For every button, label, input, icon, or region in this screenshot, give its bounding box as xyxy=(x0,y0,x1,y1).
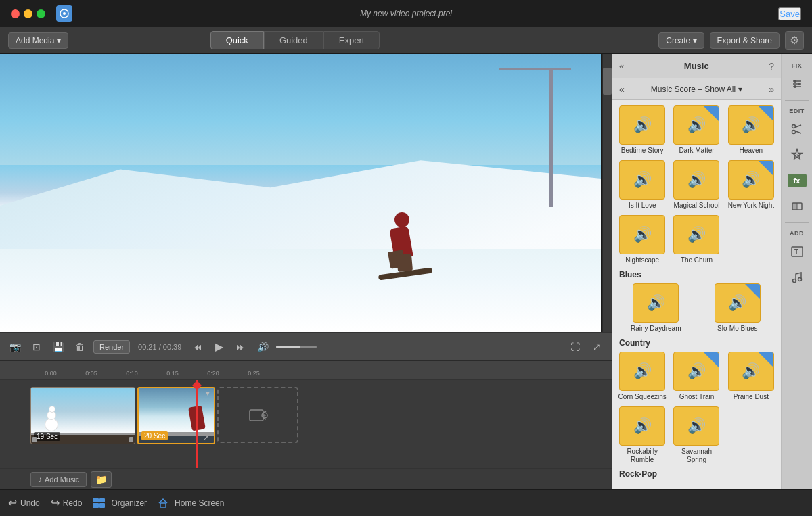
mode-tabs: Quick Guided Expert xyxy=(210,31,380,49)
timeline-marker: 0:20 xyxy=(193,370,233,377)
minimize-button[interactable] xyxy=(24,9,32,18)
speaker-icon: 🔊 xyxy=(687,362,706,380)
music-thumb: 🔊 xyxy=(673,352,719,391)
fullscreen-button[interactable]: ⛶ xyxy=(567,339,583,355)
clip-1[interactable]: 19 Sec xyxy=(30,387,135,444)
tab-expert[interactable]: Expert xyxy=(323,31,380,49)
folder-button[interactable]: 📁 xyxy=(91,471,112,488)
panel-title: Music xyxy=(684,61,709,71)
music-item[interactable]: 🔊 Magical School xyxy=(672,160,721,210)
new-badge xyxy=(704,352,719,367)
save-button[interactable]: Save xyxy=(778,7,801,20)
speaker-icon: 🔊 xyxy=(687,116,706,134)
maximize-button[interactable] xyxy=(37,9,45,18)
clip-expand-icon: ⤢ xyxy=(203,434,208,442)
prev-button[interactable]: ⏮ xyxy=(189,339,206,355)
speaker-icon: 🔊 xyxy=(633,417,652,435)
project-name: My new video project.prel xyxy=(360,9,452,18)
music-item[interactable]: 🔊 Is It Love xyxy=(618,160,667,210)
add-music-button[interactable]: ♪ Add Music xyxy=(30,472,87,487)
organizer-button[interactable]: Organizer xyxy=(93,498,147,508)
music-item[interactable]: 🔊 Dark Matter xyxy=(672,105,721,155)
crop-button[interactable]: ⊡ xyxy=(28,339,45,355)
text-button[interactable]: T xyxy=(785,239,809,264)
music-item[interactable]: 🔊 The Churn xyxy=(672,215,721,264)
tab-guided[interactable]: Guided xyxy=(264,31,323,49)
preview-scrollbar[interactable] xyxy=(602,54,612,332)
music-item[interactable]: 🔊 Nightscape xyxy=(618,215,667,264)
section-label-country: Country xyxy=(619,338,774,348)
add-clip-button[interactable] xyxy=(217,387,298,443)
music-note-button[interactable] xyxy=(785,265,809,289)
music-item[interactable]: 🔊 New York Night xyxy=(727,160,775,210)
music-item[interactable]: 🔊 Rockabilly Rumble xyxy=(618,406,667,464)
music-item[interactable]: 🔊 Slo-Mo Blues xyxy=(700,283,776,333)
help-icon[interactable]: ? xyxy=(769,61,774,72)
music-item-name: Heaven xyxy=(740,147,763,155)
music-item[interactable]: 🔊 Corn Squeezins xyxy=(618,352,667,401)
gradient-button[interactable] xyxy=(785,194,809,218)
music-thumb: 🔊 xyxy=(715,283,761,323)
delete-button[interactable]: 🗑 xyxy=(72,339,88,355)
nav-next-arrow[interactable]: » xyxy=(766,83,777,96)
play-button[interactable]: ▶ xyxy=(211,339,227,355)
music-item[interactable]: 🔊 Savannah Spring xyxy=(672,406,721,464)
svg-point-25 xyxy=(792,279,796,283)
speaker-icon: 🔊 xyxy=(687,171,706,189)
svg-point-14 xyxy=(794,85,796,88)
music-item-name: Rockabilly Rumble xyxy=(618,448,667,464)
camera-icon-button[interactable]: 📷 xyxy=(7,339,23,355)
music-note-icon: ♪ xyxy=(38,475,42,484)
gear-button[interactable]: ⚙ xyxy=(785,31,804,50)
close-button[interactable] xyxy=(11,9,20,18)
tab-quick[interactable]: Quick xyxy=(210,31,264,49)
score-selector[interactable]: Music Score – Show All ▾ xyxy=(627,85,766,94)
volume-slider[interactable] xyxy=(276,346,317,348)
music-thumb: 🔊 xyxy=(619,406,665,446)
music-item-name: Dark Matter xyxy=(679,147,714,155)
home-button[interactable]: Home Screen xyxy=(158,498,224,509)
playhead-handle[interactable] xyxy=(191,380,203,394)
fx-text: fx xyxy=(794,177,800,185)
panel-nav: « Music Score – Show All ▾ » xyxy=(612,78,781,100)
video-preview xyxy=(0,54,602,332)
scissors-button[interactable] xyxy=(785,117,809,141)
clip-2[interactable]: 20 Sec ⤢ ▼ xyxy=(137,387,215,444)
save-frame-button[interactable]: 💾 xyxy=(50,339,66,355)
clip-dropdown[interactable]: ▼ xyxy=(204,390,211,397)
music-item-name: Bedtime Story xyxy=(621,147,664,155)
timeline-marker: 0:15 xyxy=(152,370,193,377)
next-button[interactable]: ⏭ xyxy=(233,339,249,355)
music-item[interactable]: 🔊 Ghost Train xyxy=(672,352,721,401)
fx-button[interactable]: fx xyxy=(785,168,809,193)
new-badge xyxy=(745,284,760,299)
music-item[interactable]: 🔊 Prairie Dust xyxy=(727,352,775,401)
undo-icon: ↩ xyxy=(8,496,17,509)
adjustments-button[interactable] xyxy=(785,72,809,96)
undo-button[interactable]: ↩ Undo xyxy=(8,496,40,509)
section-label-rockpop: Rock-Pop xyxy=(619,469,774,479)
speaker-icon: 🔊 xyxy=(728,294,746,312)
music-item[interactable]: 🔊 Rainy Daydream xyxy=(618,283,694,333)
panel-nav-prev[interactable]: « xyxy=(619,61,624,71)
titlebar: My new video project.prel Save xyxy=(0,0,812,27)
add-media-button[interactable]: Add Media ▾ xyxy=(8,32,68,49)
nav-prev-arrow[interactable]: « xyxy=(616,83,627,96)
render-button[interactable]: Render xyxy=(93,340,130,354)
export-button[interactable]: Export & Share xyxy=(710,32,780,49)
redo-label: Redo xyxy=(63,498,83,508)
volume-button[interactable]: 🔊 xyxy=(254,339,271,355)
expand-button[interactable]: ⤢ xyxy=(589,339,605,355)
score-selector-chevron: ▾ xyxy=(738,85,742,94)
redo-button[interactable]: ↪ Redo xyxy=(51,496,83,509)
speaker-icon: 🔊 xyxy=(687,226,706,243)
music-item[interactable]: 🔊 Heaven xyxy=(727,105,775,155)
new-badge xyxy=(759,161,773,176)
create-button[interactable]: Create ▾ xyxy=(658,32,704,49)
music-section-blues: 🔊 Rainy Daydream 🔊 Slo-Mo Blues xyxy=(618,283,775,333)
speaker-icon: 🔊 xyxy=(742,116,760,134)
music-item-name: Magical School xyxy=(674,202,720,210)
music-item[interactable]: 🔊 Bedtime Story xyxy=(618,105,667,155)
fx-star-button[interactable]: fx xyxy=(785,143,809,167)
add-label: ADD xyxy=(790,230,804,237)
